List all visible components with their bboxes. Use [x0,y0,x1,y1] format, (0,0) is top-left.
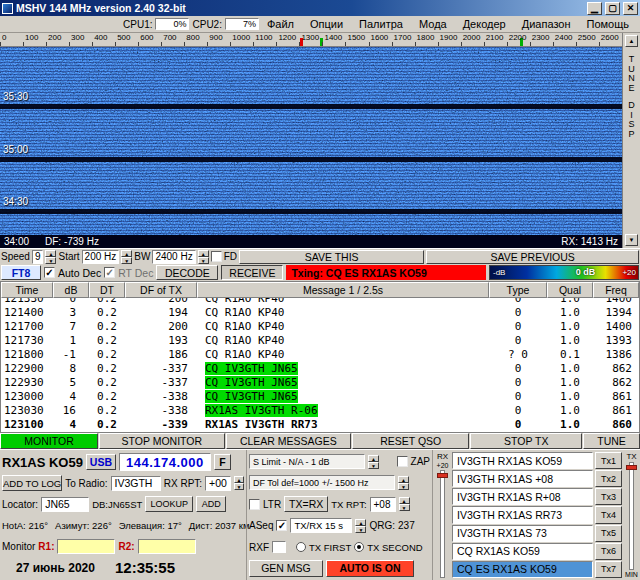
menu-item[interactable]: Файл [259,17,302,31]
decode-row[interactable]: 123030 16 0.2 -338 RX1AS IV3GTH R-06 0 1… [1,404,639,418]
frequency-display[interactable]: 144.174.000 [119,453,211,471]
decode-row[interactable]: 121800 -1 0.2 186 CQ R1AO KP40 ? 0 0.1 1… [1,348,639,362]
r1-field[interactable] [57,539,115,554]
stepper-up-button[interactable]: ▲ [198,250,209,257]
maximize-button[interactable]: ▢ [605,2,620,15]
tx-eq-rx-button[interactable]: TX=RX [284,496,328,512]
stepper-down-button[interactable]: ▼ [45,257,56,264]
ltr-checkbox[interactable] [249,499,260,510]
menu-item[interactable]: Мода [411,17,455,31]
usb-mode-button[interactable]: USB [86,454,116,470]
to-radio-field[interactable]: IV3GTH [111,476,161,491]
receive-button[interactable]: RECEIVE [221,265,283,280]
mode-button[interactable]: FT8 [1,265,41,280]
txrx-period-select[interactable]: TX/RX 15 s [290,518,352,533]
tx-select-button[interactable]: Tx2 [595,470,622,487]
decode-row[interactable]: 123100 4 0.2 -339 RX1AS IV3GTH RR73 0 1.… [1,418,639,432]
slider-thumb[interactable] [437,473,448,478]
stepper-up-button[interactable]: ▲ [234,476,244,483]
decode-row[interactable]: 121730 1 0.2 193 CQ R1AO KP40 0 1.0 1393 [1,334,639,348]
df-tol-stepper[interactable]: ▲▼ [398,476,409,490]
rx-rpt-value[interactable]: +00 [205,476,231,491]
minimize-button[interactable]: ▁ [587,2,602,15]
tx-select-button[interactable]: Tx7 [595,561,622,578]
auto-dec-checkbox[interactable] [44,267,55,278]
monitor-bar-button[interactable]: TUNE [583,433,640,449]
start-value[interactable]: 200 Hz [82,250,120,264]
zap-checkbox[interactable] [397,456,408,467]
bw-stepper[interactable]: ▲▼ [198,250,209,264]
save-this-button[interactable]: SAVE THIS [239,250,424,264]
tx-select-button[interactable]: Tx3 [595,488,622,505]
tx-rpt-value[interactable]: +08 [370,497,396,512]
scroll-up-button[interactable]: ▲ [625,35,638,47]
column-header-dt[interactable]: DT [89,282,125,298]
column-header-time[interactable]: Time [1,282,53,298]
tx-message-field[interactable]: IV3GTH RX1AS KO59 [452,452,593,469]
fd-checkbox[interactable] [211,251,222,262]
decode-row[interactable]: 122900 8 0.2 -337 CQ IV3GTH JN65 0 1.0 8… [1,362,639,376]
decode-row[interactable]: 122930 5 0.2 -337 CQ IV3GTH JN65 0 1.0 8… [1,376,639,390]
stepper-down-button[interactable]: ▼ [368,462,379,469]
stepper-up-button[interactable]: ▲ [121,250,132,257]
save-previous-button[interactable]: SAVE PREVIOUS [426,250,639,264]
r2-field[interactable] [138,539,196,554]
stepper-down-button[interactable]: ▼ [399,504,410,511]
tx-message-field[interactable]: CQ RX1AS KO59 [452,543,593,560]
f-button[interactable]: F [214,454,231,470]
gen-msg-button[interactable]: GEN MSG [249,560,323,577]
stepper-down-button[interactable]: ▼ [234,483,244,490]
close-button[interactable]: ✕ [623,2,638,15]
column-header-type[interactable]: Type [489,282,547,298]
auto-is-on-button[interactable]: AUTO IS ON [326,560,414,577]
tx-message-field[interactable]: IV3GTH RX1AS R+08 [452,488,593,505]
tx-rpt-stepper[interactable]: ▲▼ [399,497,410,511]
lookup-button[interactable]: LOOKUP [145,496,193,512]
tx-message-field[interactable]: IV3GTH RX1AS +08 [452,470,593,487]
rx-rpt-stepper[interactable]: ▲▼ [234,476,244,490]
df-tol-field[interactable]: DF Tol def=1000 +/- 1500 Hz [249,475,395,490]
s-limit-stepper[interactable]: ▲▼ [368,455,379,469]
tx-second-radio[interactable] [354,542,364,552]
tx-message-field[interactable]: IV3GTH RX1AS RR73 [452,506,593,523]
add-button[interactable]: ADD [196,496,226,512]
column-header-df[interactable]: DF of TX [125,282,197,298]
menu-item[interactable]: Декодер [455,17,514,31]
tx-message-field[interactable]: IV3GTH RX1AS 73 [452,525,593,542]
menu-item[interactable]: Палитра [351,17,411,31]
column-header-message[interactable]: Message 1 / 2.5s [197,282,489,298]
decode-row[interactable]: 121400 3 0.2 194 CQ R1AO KP40 0 1.0 1394 [1,306,639,320]
stepper-down-button[interactable]: ▼ [398,483,409,490]
rxf-field[interactable] [272,541,286,553]
speed-stepper[interactable]: ▲▼ [45,250,56,264]
stepper-down-button[interactable]: ▼ [355,526,366,533]
frequency-ruler[interactable]: 0100200300400500600700800900100011001200… [0,33,640,47]
tx-select-button[interactable]: Tx1 [595,452,622,469]
monitor-bar-button[interactable]: RESET QSO [352,433,469,449]
stepper-up-button[interactable]: ▲ [399,497,410,504]
scroll-down-button[interactable]: ▼ [625,234,638,246]
menu-item[interactable]: Помощь [579,17,638,31]
monitor-bar-button[interactable]: MONITOR [0,433,98,449]
rt-dec-checkbox[interactable] [104,267,115,278]
monitor-bar-button[interactable]: CLEAR MESSAGES [226,433,352,449]
tx-select-button[interactable]: Tx6 [595,543,622,560]
rx-gain-slider[interactable] [440,470,445,578]
add-to-log-button[interactable]: ADD TO LOG [2,475,62,491]
start-stepper[interactable]: ▲▼ [121,250,132,264]
decode-row[interactable]: 123000 4 0.2 -338 CQ IV3GTH JN65 0 1.0 8… [1,390,639,404]
speed-value[interactable]: 9 [32,250,44,264]
column-header-qual[interactable]: Qual [547,282,593,298]
slider-thumb[interactable] [626,465,637,470]
tx-message-field[interactable]: CQ ES RX1AS KO59 [452,561,593,578]
tx-select-button[interactable]: Tx5 [595,525,622,542]
column-header-db[interactable]: dB [53,282,89,298]
stepper-down-button[interactable]: ▼ [198,257,209,264]
decode-button[interactable]: DECODE [156,265,218,280]
locator-field[interactable]: JN65 [41,497,89,512]
stepper-up-button[interactable]: ▲ [355,519,366,526]
stepper-down-button[interactable]: ▼ [121,257,132,264]
stepper-up-button[interactable]: ▲ [398,476,409,483]
decode-row[interactable]: 121700 7 0.2 200 CQ R1AO KP40 0 1.0 1400 [1,320,639,334]
stepper-up-button[interactable]: ▲ [45,250,56,257]
